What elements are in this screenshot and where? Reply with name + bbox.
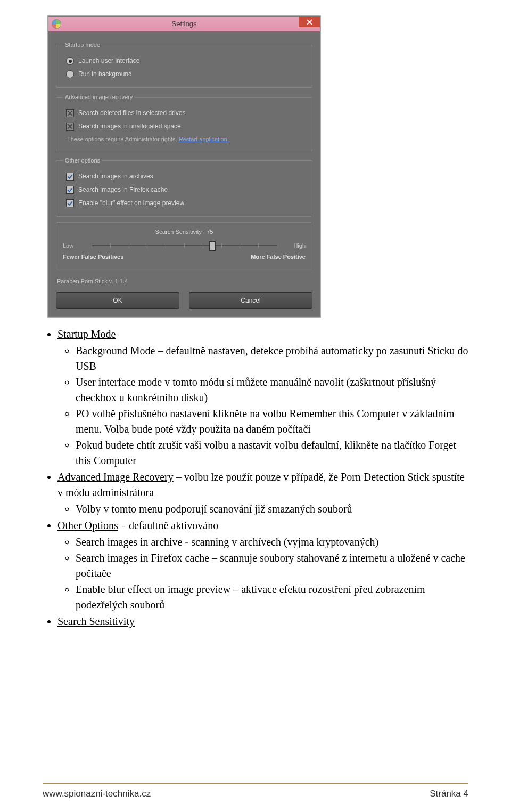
radio-launch[interactable]	[66, 57, 74, 65]
group-startup: Startup mode Launch user interface Run i…	[56, 41, 312, 88]
sub-other-firefox: Search images in Firefox cache – scannuj…	[76, 550, 468, 581]
window-body: Startup mode Launch user interface Run i…	[48, 31, 320, 316]
slider-row: Low High	[63, 239, 306, 252]
check-deleted[interactable]	[66, 109, 74, 117]
footer-page: Stránka 4	[430, 789, 468, 799]
group-other-legend: Other options	[63, 157, 102, 165]
startup-mode-title: Startup Mode	[57, 328, 116, 340]
slider-thumb[interactable]	[209, 241, 216, 251]
advanced-title: Advanced Image Recovery	[57, 471, 174, 483]
caption-fewer: Fewer False Positives	[63, 253, 123, 261]
check-blur-label: Enable "blur" effect on image preview	[78, 199, 184, 207]
titlebar: Settings	[48, 17, 320, 31]
check-unalloc[interactable]	[66, 123, 74, 131]
radio-row-background[interactable]: Run in background	[63, 68, 306, 81]
slider-captions: Fewer False Positives More False Positiv…	[63, 253, 306, 261]
sub-advanced-scan: Volby v tomto menu podporují scanování j…	[76, 501, 468, 517]
slider-low-label: Low	[63, 242, 86, 250]
version-label: Paraben Porn Stick v. 1.1.4	[56, 274, 312, 291]
sub-user-interface: User interface mode v tomto módu si může…	[76, 375, 468, 405]
slider-title: Search Sensitivity : 75	[63, 228, 306, 236]
advanced-note-text: These options require Administrator righ…	[67, 136, 177, 142]
bullet-sensitivity: Search Sensitivity	[57, 614, 468, 629]
radio-row-launch[interactable]: Launch user interface	[63, 54, 306, 68]
slider-track[interactable]	[92, 239, 277, 252]
check-unalloc-label: Search images in unallocated space	[78, 123, 181, 131]
cancel-button[interactable]: Cancel	[189, 292, 312, 309]
check-row-blur[interactable]: Enable "blur" effect on image preview	[63, 197, 306, 210]
sub-forget: Pokud budete chtít zrušit vaši volbu a n…	[76, 437, 468, 468]
radio-background[interactable]	[66, 70, 74, 78]
check-archives[interactable]	[66, 173, 74, 181]
caption-more: More False Positive	[251, 253, 306, 261]
bullet-startup-mode: Startup Mode Background Mode – defaultně…	[57, 327, 468, 468]
check-firefox[interactable]	[66, 186, 74, 194]
page-footer: www.spionazni-technika.cz Stránka 4	[43, 783, 468, 799]
radio-launch-label: Launch user interface	[78, 57, 139, 65]
document-text: Startup Mode Background Mode – defaultně…	[43, 327, 468, 629]
check-firefox-label: Search images in Firefox cache	[78, 186, 168, 194]
check-row-deleted[interactable]: Search deleted files in selected drives	[63, 107, 306, 120]
bullet-advanced: Advanced Image Recovery – volbu lze použ…	[57, 469, 468, 517]
close-button[interactable]	[299, 17, 320, 27]
check-blur[interactable]	[66, 199, 74, 207]
sub-other-blur: Enable blur effect on image preview – ak…	[76, 582, 468, 613]
group-other: Other options Search images in archives …	[56, 157, 312, 217]
group-advanced: Advanced image recovery Search deleted f…	[56, 93, 312, 151]
group-startup-legend: Startup mode	[63, 41, 102, 49]
sensitivity-title: Search Sensitivity	[57, 615, 135, 627]
radio-background-label: Run in background	[78, 70, 132, 78]
close-icon	[307, 19, 312, 25]
advanced-note: These options require Administrator righ…	[63, 133, 306, 144]
group-sensitivity: Search Sensitivity : 75 Low High Fewer F…	[56, 222, 312, 269]
other-title: Other Options	[57, 519, 118, 531]
ok-button[interactable]: OK	[56, 292, 179, 309]
sub-remember: PO volbě příslušného nastavení klikněte …	[76, 406, 468, 437]
footer-site: www.spionazni-technika.cz	[43, 789, 151, 799]
restart-link[interactable]: Restart application.	[179, 136, 229, 142]
check-row-firefox[interactable]: Search images in Firefox cache	[63, 183, 306, 197]
sub-background-mode: Background Mode – defaultně nastaven, de…	[76, 343, 468, 374]
group-advanced-legend: Advanced image recovery	[63, 93, 135, 101]
settings-window: Settings Startup mode Launch user interf…	[48, 16, 320, 317]
sub-other-archive: Search images in archive - scanning v ar…	[76, 534, 468, 550]
button-row: OK Cancel	[56, 292, 312, 309]
window-title: Settings	[48, 17, 320, 31]
check-deleted-label: Search deleted files in selected drives	[78, 109, 185, 117]
check-row-archives[interactable]: Search images in archives	[63, 170, 306, 183]
slider-high-label: High	[282, 242, 306, 250]
footer-rule	[43, 783, 468, 786]
other-rest: – defaultně aktivováno	[118, 519, 218, 531]
bullet-other: Other Options – defaultně aktivováno Sea…	[57, 518, 468, 613]
check-archives-label: Search images in archives	[78, 173, 153, 181]
check-row-unalloc[interactable]: Search images in unallocated space	[63, 120, 306, 133]
